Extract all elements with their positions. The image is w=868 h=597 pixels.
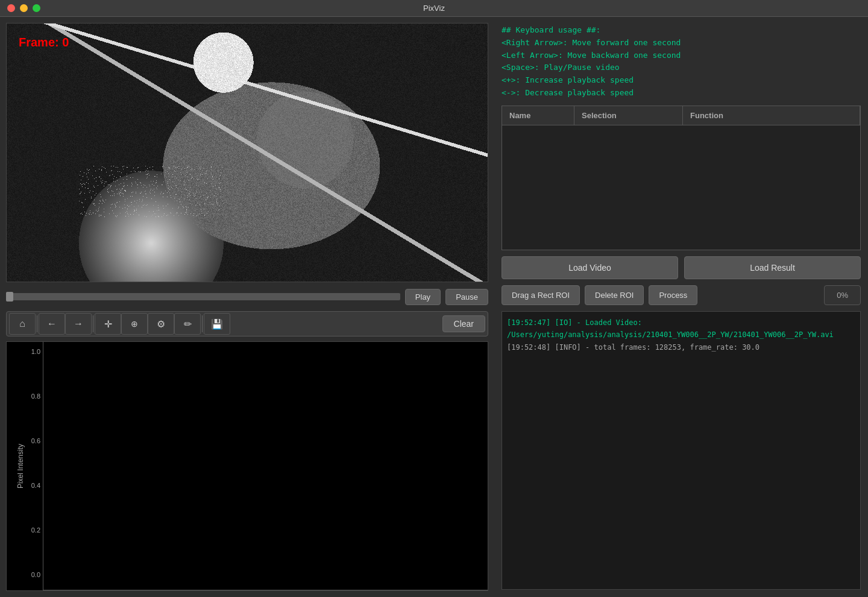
delete-roi-button[interactable]: Delete ROI bbox=[585, 285, 644, 305]
keyboard-line-1: <Left Arrow>: Move backward one second bbox=[502, 49, 861, 62]
video-display: Frame: 0 bbox=[7, 24, 488, 282]
pause-button[interactable]: Pause bbox=[445, 289, 488, 305]
close-button[interactable] bbox=[7, 4, 15, 12]
load-result-button[interactable]: Load Result bbox=[684, 256, 861, 279]
chart-y-label: Pixel Intensity bbox=[16, 444, 25, 488]
video-container: Frame: 0 bbox=[6, 23, 488, 282]
window-controls bbox=[7, 4, 40, 12]
right-panel: ## Keyboard usage ##: <Right Arrow>: Mov… bbox=[494, 17, 868, 597]
main-content: Frame: 0 Play Pause ⌂ ← → ✛ ⊕ ⚙ ✏ 💾 Clea… bbox=[0, 17, 868, 597]
roi-table: Name Selection Function bbox=[502, 106, 861, 250]
keyboard-line-0: <Right Arrow>: Move forward one second bbox=[502, 37, 861, 49]
play-button[interactable]: Play bbox=[405, 289, 441, 305]
chart-plot bbox=[43, 342, 488, 590]
edit-button[interactable]: ✏ bbox=[174, 313, 201, 335]
keyboard-heading: ## Keyboard usage ##: bbox=[502, 24, 861, 37]
minimize-button[interactable] bbox=[20, 4, 28, 12]
load-row: Load Video Load Result bbox=[502, 256, 861, 279]
keyboard-help: ## Keyboard usage ##: <Right Arrow>: Mov… bbox=[502, 24, 861, 100]
keyboard-line-2: <Space>: Play/Pause video bbox=[502, 62, 861, 74]
keyboard-line-4: <->: Decrease playback speed bbox=[502, 87, 861, 100]
home-button[interactable]: ⌂ bbox=[9, 313, 36, 335]
maximize-button[interactable] bbox=[33, 4, 40, 12]
roi-col-function: Function bbox=[683, 106, 860, 125]
roi-table-header: Name Selection Function bbox=[502, 106, 860, 125]
chart-y-tick-1: 0.8 bbox=[13, 393, 40, 400]
frame-label: Frame: 0 bbox=[19, 36, 69, 49]
chart-inner: Pixel Intensity 1.0 0.8 0.6 0.4 0.2 0.0 bbox=[7, 342, 488, 590]
scrubber-bar[interactable] bbox=[6, 293, 400, 300]
roi-col-selection: Selection bbox=[574, 106, 683, 125]
progress-indicator: 0% bbox=[824, 285, 861, 305]
back-button[interactable]: ← bbox=[39, 313, 65, 335]
chart-y-tick-4: 0.2 bbox=[13, 526, 40, 534]
chart-y-tick-0: 1.0 bbox=[13, 348, 40, 355]
settings-button[interactable]: ⚙ bbox=[148, 313, 174, 335]
roi-col-name: Name bbox=[502, 106, 574, 125]
toolbar-separator-1 bbox=[37, 315, 37, 332]
roi-controls: Drag a Rect ROI Delete ROI Process 0% bbox=[502, 285, 861, 305]
app-title: PixViz bbox=[423, 4, 445, 13]
left-panel: Frame: 0 Play Pause ⌂ ← → ✛ ⊕ ⚙ ✏ 💾 Clea… bbox=[0, 17, 494, 597]
scrubber-row: Play Pause bbox=[6, 287, 488, 306]
toolbar-separator-3 bbox=[202, 315, 203, 332]
chart-y-tick-5: 0.0 bbox=[13, 571, 40, 578]
zoom-button[interactable]: ⊕ bbox=[121, 313, 148, 335]
scrubber-handle[interactable] bbox=[6, 292, 13, 302]
drag-rect-roi-button[interactable]: Drag a Rect ROI bbox=[502, 285, 580, 305]
keyboard-line-3: <+>: Increase playback speed bbox=[502, 74, 861, 87]
chart-y-axis: Pixel Intensity 1.0 0.8 0.6 0.4 0.2 0.0 bbox=[7, 342, 43, 590]
toolbar-separator-2 bbox=[93, 315, 93, 332]
save-button[interactable]: 💾 bbox=[204, 313, 230, 335]
clear-button[interactable]: Clear bbox=[442, 315, 485, 332]
titlebar: PixViz bbox=[0, 0, 868, 17]
load-video-button[interactable]: Load Video bbox=[502, 256, 678, 279]
toolbar: ⌂ ← → ✛ ⊕ ⚙ ✏ 💾 Clear bbox=[6, 311, 488, 336]
forward-button[interactable]: → bbox=[65, 313, 92, 335]
log-area: [19:52:47] [IO] - Loaded Video: /Users/y… bbox=[502, 311, 861, 590]
video-canvas bbox=[7, 24, 488, 282]
chart-container: Pixel Intensity 1.0 0.8 0.6 0.4 0.2 0.0 bbox=[6, 341, 488, 591]
pan-button[interactable]: ✛ bbox=[95, 313, 121, 335]
log-line-0: [19:52:47] [IO] - Loaded Video: /Users/y… bbox=[507, 317, 855, 341]
process-button[interactable]: Process bbox=[649, 285, 697, 305]
log-line-1: [19:52:48] [INFO] - total frames: 128253… bbox=[507, 341, 855, 353]
